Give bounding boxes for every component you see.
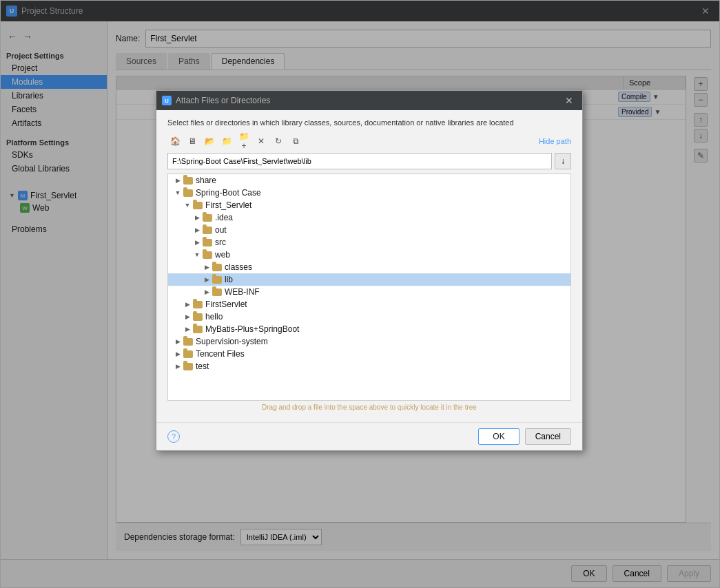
new-folder-button[interactable]: 📁+ [236, 134, 251, 149]
folder-icon [183, 177, 193, 185]
tree-item[interactable]: ▶Tencent Files [168, 348, 570, 360]
tree-expand-icon[interactable]: ▶ [174, 350, 182, 358]
tree-item[interactable]: ▶.idea [168, 211, 570, 224]
folder-button[interactable]: 📁 [219, 134, 234, 149]
modal-title: Attach Files or Directories [176, 96, 270, 105]
folder-icon [193, 301, 203, 308]
tree-expand-icon[interactable]: ▶ [174, 337, 182, 346]
tree-item[interactable]: ▼web [168, 249, 570, 261]
tree-expand-icon[interactable]: ▶ [174, 176, 182, 185]
folder-icon [193, 313, 203, 321]
path-browse-button[interactable]: ↓ [555, 153, 571, 169]
modal-hint: Drag and drop a file into the space abov… [167, 401, 571, 414]
tree-item[interactable]: ▶Supervision-system [168, 335, 570, 348]
folder-icon [193, 326, 203, 333]
tree-item-label: test [196, 361, 209, 371]
folder-icon [203, 251, 212, 259]
modal-cancel-button[interactable]: Cancel [525, 428, 571, 445]
tree-expand-icon[interactable]: ▶ [203, 288, 211, 296]
refresh-button[interactable]: ↻ [271, 134, 286, 149]
tree-item-label: Tencent Files [196, 349, 245, 359]
modal-title-bar: U Attach Files or Directories ✕ [156, 91, 582, 110]
tree-item-label: .idea [215, 213, 233, 222]
tree-item[interactable]: ▶share [168, 174, 570, 187]
tree-item-label: FirstServlet [205, 300, 247, 309]
tree-item-label: lib [225, 275, 233, 284]
tree-expand-icon[interactable]: ▶ [203, 263, 211, 271]
tree-item[interactable]: ▶classes [168, 261, 570, 273]
delete-button[interactable]: ✕ [254, 134, 269, 149]
main-window: U Project Structure ✕ ← → Project Settin… [0, 0, 720, 588]
folder-icon [183, 338, 193, 346]
tree-item-label: hello [205, 312, 223, 322]
folder-icon [193, 202, 203, 209]
folder-icon [203, 214, 212, 222]
copy-button[interactable]: ⧉ [288, 134, 303, 149]
tree-expand-icon[interactable]: ▶ [193, 238, 201, 246]
modal-overlay: U Attach Files or Directories ✕ Select f… [1, 1, 719, 587]
tree-expand-icon[interactable]: ▶ [183, 325, 192, 333]
tree-item-label: Spring-Boot Case [196, 188, 261, 198]
tree-item-label: classes [225, 262, 252, 272]
tree-item[interactable]: ▶src [168, 236, 570, 249]
folder-icon [212, 288, 222, 296]
tree-expand-icon[interactable]: ▼ [193, 251, 201, 259]
tree-item[interactable]: ▼Spring-Boot Case [168, 187, 570, 199]
tree-expand-icon[interactable]: ▼ [183, 201, 192, 209]
tree-item[interactable]: ▼First_Servlet [168, 199, 570, 211]
tree-item-label: src [215, 238, 226, 247]
tree-item[interactable]: ▶test [168, 360, 570, 372]
modal-path-input[interactable] [167, 153, 552, 169]
tree-expand-icon[interactable]: ▶ [183, 300, 192, 308]
folder-icon [203, 227, 212, 234]
modal-toolbar: 🏠 🖥 📂 📁 📁+ ✕ ↻ ⧉ Hide path [167, 134, 571, 149]
modal-close-button[interactable]: ✕ [562, 94, 577, 107]
tree-item-label: share [196, 176, 216, 185]
folder-icon [203, 239, 212, 246]
tree-expand-icon[interactable]: ▼ [174, 189, 182, 197]
desktop-button[interactable]: 🖥 [185, 134, 200, 149]
file-tree[interactable]: ▶share▼Spring-Boot Case▼First_Servlet▶.i… [167, 174, 571, 401]
tree-item-label: First_Servlet [205, 200, 251, 210]
modal-footer-buttons: OK Cancel [478, 428, 571, 445]
modal-dialog: U Attach Files or Directories ✕ Select f… [156, 90, 583, 451]
folder-icon [183, 363, 193, 370]
folder-icon [183, 350, 193, 358]
home-button[interactable]: 🏠 [167, 134, 183, 149]
tree-expand-icon[interactable]: ▶ [203, 275, 211, 284]
modal-icon: U [162, 96, 172, 105]
folder-icon [212, 264, 222, 271]
tree-item[interactable]: ▶FirstServlet [168, 298, 570, 311]
tree-item-label: web [215, 250, 230, 260]
tree-expand-icon[interactable]: ▶ [183, 313, 192, 321]
tree-item-label: MyBatis-Plus+SpringBoot [205, 324, 299, 334]
tree-item[interactable]: ▶lib [168, 273, 570, 286]
help-button[interactable]: ? [167, 430, 180, 443]
folder-icon [183, 189, 193, 197]
modal-description: Select files or directories in which lib… [167, 118, 571, 127]
modal-body: Select files or directories in which lib… [156, 110, 582, 422]
tree-expand-icon[interactable]: ▶ [193, 226, 201, 234]
tree-item-label: out [215, 225, 227, 235]
tree-item[interactable]: ▶WEB-INF [168, 286, 570, 298]
modal-footer: ? OK Cancel [156, 422, 582, 450]
tree-item-label: WEB-INF [225, 287, 260, 297]
modal-ok-button[interactable]: OK [478, 428, 519, 445]
tree-item[interactable]: ▶hello [168, 311, 570, 323]
folder-icon [212, 276, 222, 284]
tree-item[interactable]: ▶MyBatis-Plus+SpringBoot [168, 323, 570, 335]
tree-expand-icon[interactable]: ▶ [174, 362, 182, 370]
tree-item[interactable]: ▶out [168, 224, 570, 236]
modal-path-row: ↓ [167, 153, 571, 169]
tree-item-label: Supervision-system [196, 337, 268, 346]
tree-expand-icon[interactable]: ▶ [193, 213, 201, 222]
hide-path-link[interactable]: Hide path [539, 137, 571, 145]
folder-open-button[interactable]: 📂 [202, 134, 217, 149]
